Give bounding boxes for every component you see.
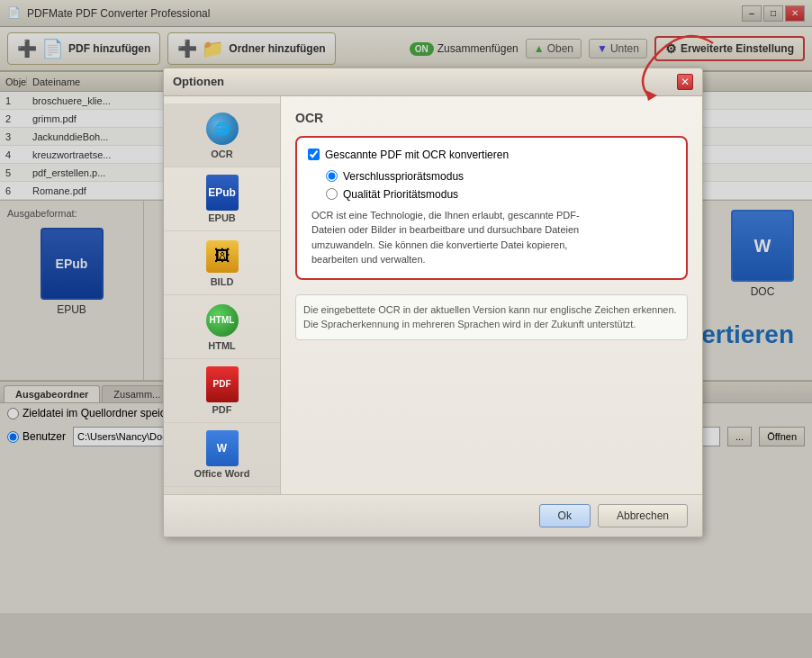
epub-sidebar-label: EPUB [208, 212, 236, 223]
sidebar-item-epub[interactable]: EPub EPUB [164, 167, 280, 231]
ok-button[interactable]: Ok [539, 504, 591, 527]
ocr-description-text: OCR ist eine Technologie, die Ihnen erla… [308, 208, 675, 267]
sidebar-item-bild[interactable]: 🖼 BILD [164, 231, 280, 295]
modal-overlay: Optionen ✕ 🌐 OCR [0, 0, 812, 658]
modal-footer: Ok Abbrechen [164, 494, 702, 536]
modal-close-button[interactable]: ✕ [677, 74, 693, 90]
modal-body: 🌐 OCR EPub EPUB [164, 96, 702, 494]
ocr-settings-box: Gescannte PDF mit OCR konvertieren Versc… [295, 136, 688, 280]
ocr-radio-row-1: Verschlusspriorätsmodus [308, 170, 675, 183]
word-sidebar-label: Office Word [194, 468, 249, 479]
bild-sidebar-label: BILD [211, 276, 234, 287]
word-icon: W [206, 430, 239, 466]
ocr-verschluss-label: Verschlusspriorätsmodus [343, 170, 464, 183]
cancel-button[interactable]: Abbrechen [598, 504, 688, 527]
pdf-sidebar-label: PDF [212, 404, 232, 415]
modal-content-ocr: OCR Gescannte PDF mit OCR konvertieren V… [281, 96, 702, 494]
ocr-qualitaet-label: Qualität Prioritätsmodus [343, 188, 458, 201]
sidebar-item-word[interactable]: W Office Word [164, 423, 280, 487]
sidebar-item-html[interactable]: HTML HTML [164, 295, 280, 359]
ocr-label: OCR [211, 149, 232, 159]
options-dialog: Optionen ✕ 🌐 OCR [163, 68, 703, 537]
ocr-radio-row-2: Qualität Prioritätsmodus [308, 188, 675, 201]
html-icon: HTML [206, 304, 239, 337]
ocr-enable-label: Gescannte PDF mit OCR konvertieren [325, 149, 509, 161]
html-sidebar-label: HTML [208, 340, 236, 351]
modal-title: Optionen [173, 75, 224, 88]
ocr-qualitaet-radio[interactable] [326, 188, 338, 200]
ocr-enable-checkbox[interactable] [308, 149, 320, 160]
pdf-icon: PDF [206, 366, 239, 402]
epub-icon: EPub [206, 175, 239, 211]
modal-title-bar: Optionen ✕ [164, 68, 702, 96]
ocr-section-title: OCR [295, 111, 688, 125]
modal-sidebar: 🌐 OCR EPub EPUB [164, 96, 281, 494]
sidebar-item-pdf[interactable]: PDF PDF [164, 359, 280, 423]
ocr-verschluss-radio[interactable] [326, 170, 338, 182]
bild-icon: 🖼 [206, 240, 239, 273]
ocr-icon: 🌐 [206, 113, 239, 145]
ocr-info-text: Die eingebettete OCR in der aktuellen Ve… [295, 294, 688, 340]
ocr-checkbox-row: Gescannte PDF mit OCR konvertieren [308, 149, 675, 161]
sidebar-item-ocr[interactable]: 🌐 OCR [164, 104, 280, 167]
